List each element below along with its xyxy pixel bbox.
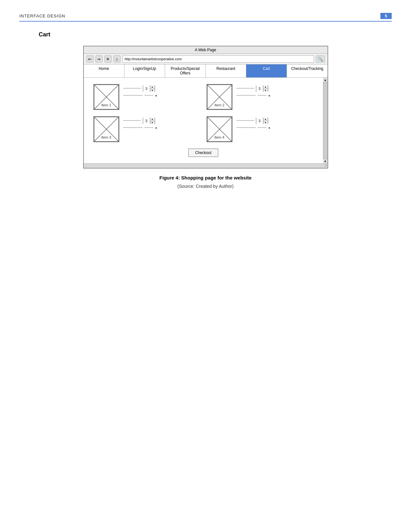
item-4-price: ~~~~~~~~~~~ ~~~~~ ◄ [236,126,270,130]
item-4-qty-down[interactable]: ▼ [263,121,268,124]
browser-bottombar: // [84,163,328,168]
browser-title: A Web Page [195,48,216,52]
item-1-label: Item 1 [100,103,112,107]
item-2-quantity-value: 3 [256,85,263,92]
item-4-image: Item 4 [207,116,232,142]
nav-restaurant[interactable]: Restaurant [206,64,246,77]
nav-home[interactable]: Home [84,64,124,77]
item-3-quantity-box: 3 ▲ ▼ [143,118,155,124]
item-1-quantity-value: 3 [143,85,150,92]
item-1-qty-up[interactable]: ▲ [150,85,155,89]
back-button[interactable]: ⇐ [86,55,93,63]
close-icon: ✕ [106,57,110,62]
item-2-quantity-row: ~~~~~~~~~~ 3 ▲ ▼ [236,85,270,92]
browser-content-wrapper: Item 1 ~~~~~~~~~~ 3 ▲ ▼ [84,78,328,163]
nav-cart[interactable]: Cart [246,64,287,77]
browser-wireframe: A Web Page ⇐ ⇒ ✕ ⌂ http://mountainartist… [83,46,328,169]
item-1-quantity-row: ~~~~~~~~~~ 3 ▲ ▼ [123,85,157,92]
item-3-image: Item 3 [93,116,119,142]
document-header: INTERFACE DESIGN 5 [19,13,392,22]
item-3-qty-up[interactable]: ▲ [150,118,155,121]
home-button[interactable]: ⌂ [113,55,121,63]
browser-navbar: ⇐ ⇒ ✕ ⌂ http://mountainartistcooperative… [84,54,328,64]
item-2-qty-down[interactable]: ▼ [263,89,268,92]
item-3-qty-down[interactable]: ▼ [150,121,155,124]
item-3-name-text: ~~~~~~~~~~ [123,119,141,123]
section-heading: Cart [39,31,392,38]
scrollbar-down-button[interactable]: ▼ [323,159,328,163]
search-icon: 🔍 [318,57,323,62]
search-button[interactable]: 🔍 [316,55,325,63]
site-navigation: Home Login/SignUp Products/Special Offer… [84,64,328,78]
nav-products[interactable]: Products/Special Offers [165,64,206,77]
page-number: 5 [380,13,392,19]
item-2-name-text: ~~~~~~~~~~ [236,87,254,91]
scrollbar-up-button[interactable]: ▲ [323,78,328,82]
forward-button[interactable]: ⇒ [95,55,103,63]
browser-content: Item 1 ~~~~~~~~~~ 3 ▲ ▼ [84,78,323,163]
item-1-qty-down[interactable]: ▼ [150,89,155,92]
item-4-details: ~~~~~~~~~~ 3 ▲ ▼ ~~~~~~~~~~~ ~~~~~ ◄ [236,116,270,130]
checkout-section: Checkout [93,149,313,157]
figure-source: (Source: Created by Author) [19,184,392,189]
scrollbar: ▲ ▼ [323,78,328,163]
browser-titlebar: A Web Page [84,46,328,54]
resize-handle-icon: // [325,164,327,168]
close-button[interactable]: ✕ [104,55,112,63]
item-3-price: ~~~~~~~~~~~ ~~~~~ ◄ [123,126,157,130]
forward-icon: ⇒ [97,57,101,62]
url-bar[interactable]: http://mountainartistcooperative.com [122,55,314,63]
item-2-details: ~~~~~~~~~~ 3 ▲ ▼ ~~~~~~~~~~~ ~~~~~ ◄ [236,84,270,98]
cart-item-3: Item 3 ~~~~~~~~~~ 3 ▲ ▼ [93,116,200,142]
cart-item-2: Item 2 ~~~~~~~~~~ 3 ▲ ▼ [207,84,313,110]
nav-login[interactable]: Login/SignUp [124,64,165,77]
item-1-details: ~~~~~~~~~~ 3 ▲ ▼ ~~~~~~~~~~~ ~~~~~ ◄ [123,84,157,98]
item-2-price: ~~~~~~~~~~~ ~~~~~ ◄ [236,94,270,98]
item-4-quantity-arrows: ▲ ▼ [263,118,268,124]
item-2-label: Item 2 [213,103,225,107]
item-2-quantity-arrows: ▲ ▼ [263,85,268,92]
item-3-details: ~~~~~~~~~~ 3 ▲ ▼ ~~~~~~~~~~~ ~~~~~ ◄ [123,116,157,130]
item-1-image: Item 1 [93,84,119,110]
item-2-quantity-box: 3 ▲ ▼ [256,85,268,92]
item-4-quantity-box: 3 ▲ ▼ [256,118,268,124]
cart-item-1: Item 1 ~~~~~~~~~~ 3 ▲ ▼ [93,84,200,110]
cart-items-grid: Item 1 ~~~~~~~~~~ 3 ▲ ▼ [93,84,313,142]
item-3-quantity-row: ~~~~~~~~~~ 3 ▲ ▼ [123,118,157,124]
checkout-button[interactable]: Checkout [188,149,218,157]
home-icon: ⌂ [116,57,118,62]
item-4-label: Item 4 [213,135,225,140]
item-4-qty-up[interactable]: ▲ [263,118,268,121]
item-1-price: ~~~~~~~~~~~ ~~~~~ ◄ [123,94,157,98]
item-1-quantity-box: 3 ▲ ▼ [143,85,155,92]
item-1-quantity-arrows: ▲ ▼ [150,85,155,92]
nav-checkout[interactable]: Checkout/Tracking [287,64,327,77]
item-2-qty-up[interactable]: ▲ [263,85,268,89]
item-3-label: Item 3 [100,135,112,140]
item-4-name-text: ~~~~~~~~~~ [236,119,254,123]
figure-caption: Figure 4: Shopping page for the website [19,175,392,180]
cart-item-4: Item 4 ~~~~~~~~~~ 3 ▲ ▼ [207,116,313,142]
item-3-quantity-value: 3 [143,118,150,124]
item-3-quantity-arrows: ▲ ▼ [150,118,155,124]
item-1-name-text: ~~~~~~~~~~ [123,87,141,91]
document-title: INTERFACE DESIGN [19,14,65,18]
url-text: http://mountainartistcooperative.com [125,57,182,61]
back-icon: ⇐ [88,57,92,62]
item-2-image: Item 2 [207,84,232,110]
item-4-quantity-value: 3 [256,118,263,124]
item-4-quantity-row: ~~~~~~~~~~ 3 ▲ ▼ [236,118,270,124]
